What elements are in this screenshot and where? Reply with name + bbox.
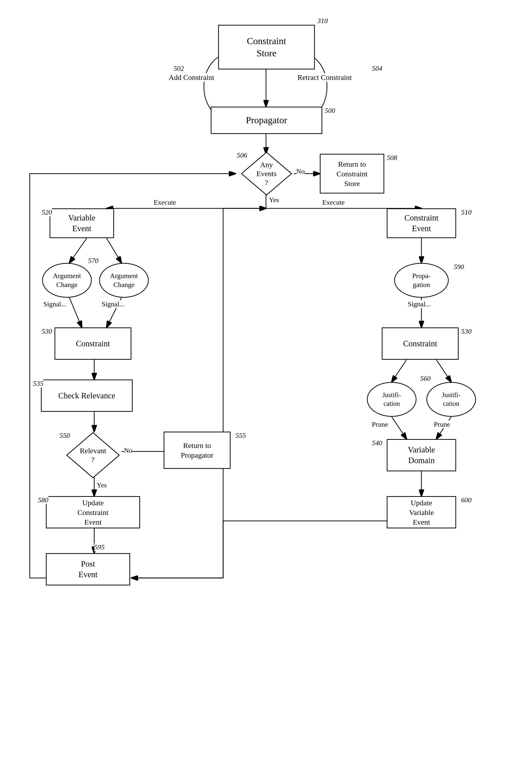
propagation-oval: Propa-gation [394, 263, 449, 298]
ref-520: 520 [42, 208, 52, 216]
execute-left-label: Execute [154, 198, 176, 206]
any-events-label: AnyEvents? [256, 160, 277, 187]
ref-580: 580 [38, 496, 48, 504]
constraint-right-box: Constraint [382, 327, 459, 360]
yes-label-1: Yes [269, 196, 279, 204]
justification-2-oval: Justifi-cation [426, 382, 476, 417]
ref-530-right: 530 [461, 327, 472, 335]
signal-left-1: Signal... [43, 300, 66, 308]
ref-510: 510 [461, 208, 472, 216]
check-relevance-label: Check Relevance [58, 391, 115, 401]
ref-600: 600 [461, 496, 472, 504]
add-constraint-label: Add Constraint [169, 73, 214, 82]
signal-left-2: Signal... [102, 300, 125, 308]
argument-change-1-oval: ArgumentChange [42, 263, 92, 298]
ref-595: 595 [94, 543, 105, 551]
propagator-box: Propagator [211, 107, 322, 134]
variable-domain-box: VariableDomain [387, 439, 456, 471]
constraint-right-label: Constraint [403, 338, 437, 349]
ref-535: 535 [33, 379, 43, 388]
argument-change-1-label: ArgumentChange [53, 271, 81, 289]
yes-label-2: Yes [97, 481, 107, 489]
ref-570: 570 [88, 257, 98, 265]
retract-constraint-label: Retract Constraint [297, 73, 352, 82]
svg-line-20 [392, 417, 407, 439]
ref-550: 550 [59, 432, 70, 440]
ref-540: 540 [372, 439, 382, 447]
argument-change-2-oval: ArgumentChange [99, 263, 149, 298]
ref-590: 590 [454, 263, 464, 271]
relevant-diamond: Relevant? [66, 432, 120, 479]
execute-right-label: Execute [322, 198, 345, 206]
svg-line-18 [392, 360, 407, 382]
ref-530-left: 530 [42, 327, 52, 335]
variable-event-label: VariableEvent [68, 212, 95, 234]
update-variable-event-label: UpdateVariableEvent [409, 498, 434, 527]
return-propagator-box: Return toPropagator [164, 432, 231, 469]
constraint-store-box: Constraint Store [218, 25, 315, 69]
signal-right: Signal... [408, 300, 431, 308]
return-propagator-label: Return toPropagator [181, 441, 213, 460]
propagator-label: Propagator [246, 114, 287, 126]
ref-500: 500 [325, 107, 335, 115]
return-constraint-store-label: Return toConstraintStore [337, 159, 368, 188]
ref-310: 310 [317, 17, 328, 25]
ref-555: 555 [236, 432, 246, 440]
ref-506: 506 [237, 151, 247, 159]
constraint-left-label: Constraint [76, 338, 110, 349]
variable-domain-label: VariableDomain [408, 445, 435, 466]
variable-event-box: VariableEvent [50, 208, 114, 238]
justification-2-label: Justifi-cation [442, 391, 460, 408]
svg-line-8 [107, 238, 121, 263]
update-constraint-event-box: UpdateConstraintEvent [46, 496, 140, 528]
justification-1-oval: Justifi-cation [367, 382, 416, 417]
propagation-label: Propa-gation [412, 271, 431, 289]
update-constraint-event-label: UpdateConstraintEvent [78, 498, 109, 527]
no-label-1: No [296, 167, 305, 175]
ref-560: 560 [420, 374, 431, 382]
ref-508: 508 [387, 154, 397, 162]
svg-line-7 [69, 238, 87, 263]
constraint-store-label: Constraint Store [247, 35, 286, 60]
update-variable-event-box: UpdateVariableEvent [387, 496, 456, 528]
check-relevance-box: Check Relevance [41, 379, 133, 412]
constraint-event-box: ConstraintEvent [387, 208, 456, 238]
constraint-left-box: Constraint [55, 327, 131, 360]
prune-left: Prune [372, 421, 388, 429]
post-event-box: PostEvent [46, 553, 130, 585]
no-label-2: No [124, 447, 132, 455]
return-constraint-store-box: Return toConstraintStore [320, 154, 384, 193]
post-event-label: PostEvent [79, 559, 98, 580]
prune-right: Prune [434, 421, 450, 429]
ref-504: 504 [372, 64, 382, 72]
constraint-event-label: ConstraintEvent [404, 212, 439, 234]
svg-line-9 [69, 298, 82, 327]
argument-change-2-label: ArgumentChange [110, 271, 138, 289]
ref-502: 502 [174, 64, 184, 72]
svg-line-19 [436, 360, 451, 382]
any-events-diamond: AnyEvents? [240, 151, 293, 196]
relevant-label: Relevant? [80, 446, 106, 464]
justification-1-label: Justifi-cation [382, 391, 401, 408]
